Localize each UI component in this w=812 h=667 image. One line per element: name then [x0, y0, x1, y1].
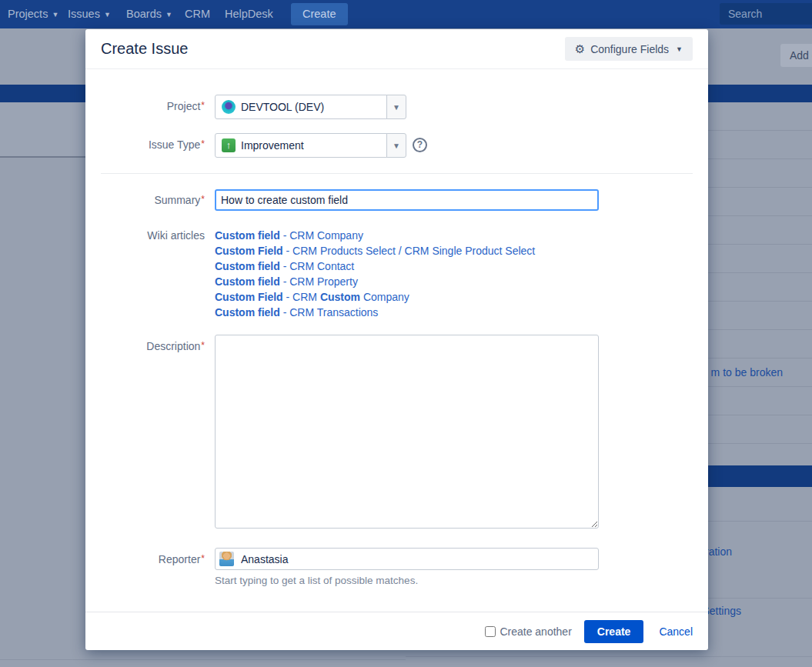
background-configuration-link[interactable]: ration: [705, 545, 732, 558]
divider: [406, 656, 812, 657]
reporter-field[interactable]: [215, 548, 599, 570]
project-avatar-icon: [222, 100, 236, 114]
top-navigation: Projects▼ Issues▼ Boards▼ CRM HelpDesk C…: [0, 0, 812, 28]
nav-helpdesk[interactable]: HelpDesk: [225, 0, 273, 28]
nav-create-button[interactable]: Create: [291, 3, 348, 25]
create-issue-dialog: Create Issue ⚙ Configure Fields ▼ Projec…: [85, 29, 708, 650]
reporter-label: Reporter: [101, 548, 205, 565]
wiki-article-link[interactable]: Custom Field - CRM Products Select / CRM…: [215, 243, 535, 258]
gear-icon: ⚙: [575, 42, 585, 56]
reporter-hint: Start typing to get a list of possible m…: [215, 575, 599, 586]
chevron-down-icon: ▼: [52, 11, 58, 18]
project-select-value: DEVTOOL (DEV): [241, 101, 324, 113]
dialog-header: Create Issue ⚙ Configure Fields ▼: [85, 29, 708, 69]
wiki-articles-label: Wiki articles: [101, 228, 205, 242]
project-field-row: Project DEVTOOL (DEV) ▼: [101, 95, 693, 119]
summary-label: Summary: [101, 189, 205, 206]
issue-type-dropdown-toggle[interactable]: ▼: [386, 133, 406, 158]
cancel-link[interactable]: Cancel: [659, 625, 693, 638]
nav-boards[interactable]: Boards▼: [126, 0, 172, 28]
create-button[interactable]: Create: [584, 620, 644, 643]
create-another-label: Create another: [500, 625, 571, 638]
project-dropdown-toggle[interactable]: ▼: [386, 95, 406, 119]
reporter-field-row: Reporter Start typing to get a list of p…: [101, 548, 693, 586]
create-another-checkbox[interactable]: [485, 626, 496, 637]
description-textarea[interactable]: [215, 335, 599, 529]
chevron-down-icon: ▼: [676, 45, 683, 53]
chevron-down-icon: ▼: [165, 11, 172, 18]
dialog-title: Create Issue: [101, 40, 188, 58]
description-label: Description: [101, 335, 205, 352]
wiki-articles-list: Custom field - CRM CompanyCustom Field -…: [215, 228, 535, 320]
configure-fields-button[interactable]: ⚙ Configure Fields ▼: [565, 37, 693, 61]
divider: [0, 659, 406, 660]
wiki-article-link[interactable]: Custom Field - CRM Custom Company: [215, 289, 535, 305]
project-select[interactable]: DEVTOOL (DEV) ▼: [215, 95, 406, 119]
nav-crm[interactable]: CRM: [185, 0, 210, 28]
issue-type-field-row: Issue Type ↑ Improvement ▼ ?: [101, 133, 693, 158]
wiki-article-link[interactable]: Custom field - CRM Company: [215, 228, 535, 243]
background-issue-link[interactable]: m to be broken: [711, 366, 783, 379]
search-input[interactable]: [720, 3, 812, 25]
summary-input[interactable]: [215, 189, 599, 211]
wiki-article-link[interactable]: Custom field - CRM Contact: [215, 258, 535, 274]
chevron-down-icon: ▼: [104, 11, 111, 18]
dialog-body: Project DEVTOOL (DEV) ▼ Issue Type ↑ Imp…: [85, 69, 708, 612]
dialog-footer: Create another Create Cancel: [85, 612, 708, 650]
help-icon[interactable]: ?: [413, 138, 427, 152]
reporter-input[interactable]: [239, 552, 594, 566]
issue-type-select-value: Improvement: [241, 139, 304, 152]
nav-projects[interactable]: Projects▼: [8, 0, 58, 28]
wiki-article-link[interactable]: Custom field - CRM Property: [215, 274, 535, 289]
description-field-row: Description: [101, 335, 693, 529]
wiki-article-link[interactable]: Custom field - CRM Transactions: [215, 305, 535, 320]
improvement-icon: ↑: [222, 138, 236, 152]
reporter-avatar: [219, 552, 234, 566]
summary-field-row: Summary: [101, 189, 693, 211]
issue-type-select[interactable]: ↑ Improvement ▼: [215, 133, 406, 158]
wiki-articles-row: Wiki articles Custom field - CRM Company…: [101, 228, 693, 320]
section-divider: [101, 173, 693, 174]
issue-type-label: Issue Type: [101, 133, 205, 151]
nav-issues[interactable]: Issues▼: [68, 0, 111, 28]
add-gadget-button[interactable]: Add g: [780, 44, 812, 67]
project-label: Project: [101, 95, 205, 112]
